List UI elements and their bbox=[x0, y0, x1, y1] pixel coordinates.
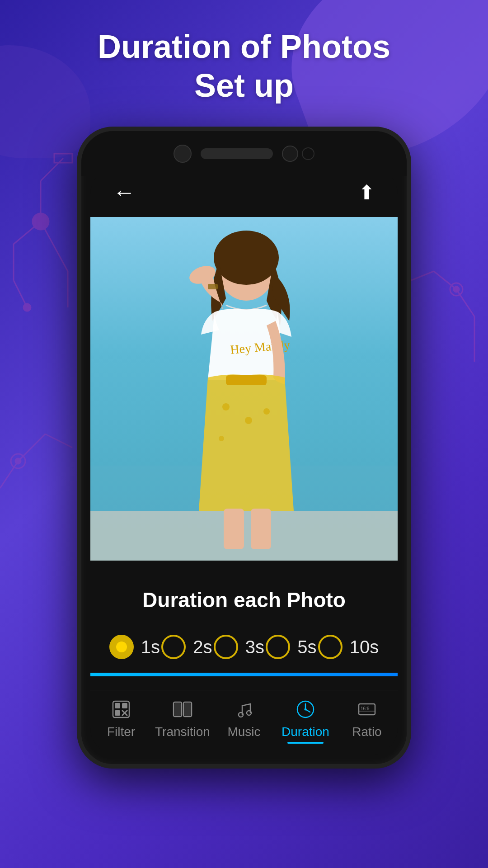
phone-speaker bbox=[201, 148, 273, 159]
svg-rect-43 bbox=[184, 703, 191, 716]
duration-area: Duration each Photo 1s 2s 3s bbox=[90, 561, 398, 690]
svg-point-31 bbox=[219, 436, 224, 441]
app-screen: ← ⬆ bbox=[90, 167, 398, 755]
share-button[interactable]: ⬆ bbox=[358, 181, 375, 204]
svg-rect-42 bbox=[174, 703, 181, 716]
svg-rect-34 bbox=[224, 509, 244, 549]
svg-line-8 bbox=[14, 280, 27, 307]
nav-transition[interactable]: Transition bbox=[152, 699, 213, 739]
svg-point-25 bbox=[214, 231, 279, 285]
page-title-area: Duration of Photos Set up bbox=[0, 27, 488, 105]
svg-line-2 bbox=[41, 158, 63, 181]
nav-transition-label: Transition bbox=[155, 725, 210, 739]
progress-bar bbox=[90, 673, 398, 676]
depth-sensor bbox=[282, 146, 298, 162]
svg-point-30 bbox=[245, 417, 252, 424]
svg-point-49 bbox=[305, 708, 307, 711]
phone-top-bar bbox=[81, 131, 407, 176]
label-1s: 1s bbox=[141, 637, 160, 657]
svg-line-21 bbox=[0, 461, 18, 488]
svg-line-13 bbox=[411, 271, 434, 280]
ratio-icon: 16:9 bbox=[357, 699, 377, 719]
svg-line-3 bbox=[14, 222, 41, 244]
svg-point-9 bbox=[23, 304, 31, 311]
duration-options: 1s 2s 3s 5s bbox=[108, 635, 380, 659]
label-10s: 10s bbox=[350, 637, 379, 657]
radio-3s[interactable] bbox=[214, 635, 238, 659]
duration-option-10s[interactable]: 10s bbox=[318, 635, 379, 659]
svg-rect-37 bbox=[115, 703, 120, 708]
title-line1: Duration of Photos bbox=[98, 28, 390, 65]
nav-duration-label: Duration bbox=[282, 725, 329, 739]
label-2s: 2s bbox=[193, 637, 212, 657]
title-line2: Set up bbox=[194, 67, 294, 104]
bottom-nav: Filter Transition Music bbox=[90, 690, 398, 753]
back-button[interactable]: ← bbox=[113, 179, 136, 205]
label-5s: 5s bbox=[297, 637, 316, 657]
extra-sensor bbox=[302, 147, 314, 160]
nav-ratio-label: Ratio bbox=[352, 725, 381, 739]
svg-point-32 bbox=[263, 408, 270, 415]
music-icon bbox=[234, 699, 254, 719]
page-title: Duration of Photos Set up bbox=[0, 27, 488, 105]
svg-line-4 bbox=[41, 222, 68, 271]
duration-icon bbox=[296, 699, 315, 719]
svg-line-19 bbox=[18, 434, 45, 461]
svg-point-29 bbox=[222, 403, 230, 410]
front-camera bbox=[174, 145, 192, 163]
label-3s: 3s bbox=[245, 637, 264, 657]
svg-rect-27 bbox=[208, 284, 218, 289]
duration-option-3s[interactable]: 3s bbox=[214, 635, 264, 659]
nav-filter[interactable]: Filter bbox=[90, 699, 152, 739]
duration-option-1s[interactable]: 1s bbox=[109, 635, 160, 659]
svg-text:16:9: 16:9 bbox=[361, 706, 370, 711]
radio-2s[interactable] bbox=[161, 635, 186, 659]
nav-music-label: Music bbox=[227, 725, 260, 739]
svg-rect-38 bbox=[122, 703, 127, 708]
nav-ratio[interactable]: 16:9 Ratio bbox=[336, 699, 398, 739]
filter-icon bbox=[111, 699, 131, 719]
svg-line-20 bbox=[45, 434, 72, 448]
svg-rect-35 bbox=[251, 509, 271, 549]
photo-display: Hey Mandy bbox=[90, 217, 398, 561]
duration-section-label: Duration each Photo bbox=[108, 588, 380, 612]
nav-duration[interactable]: Duration bbox=[275, 699, 336, 739]
radio-10s[interactable] bbox=[318, 635, 343, 659]
duration-option-2s[interactable]: 2s bbox=[161, 635, 212, 659]
svg-line-14 bbox=[456, 289, 474, 316]
radio-1s[interactable] bbox=[109, 635, 134, 659]
svg-line-12 bbox=[434, 271, 456, 289]
radio-5s[interactable] bbox=[266, 635, 290, 659]
phone-mockup: ← ⬆ bbox=[77, 127, 411, 769]
svg-rect-33 bbox=[226, 375, 267, 385]
transition-icon bbox=[173, 699, 192, 719]
nav-filter-label: Filter bbox=[107, 725, 135, 739]
svg-rect-39 bbox=[115, 710, 120, 716]
nav-music[interactable]: Music bbox=[213, 699, 275, 739]
duration-option-5s[interactable]: 5s bbox=[266, 635, 316, 659]
